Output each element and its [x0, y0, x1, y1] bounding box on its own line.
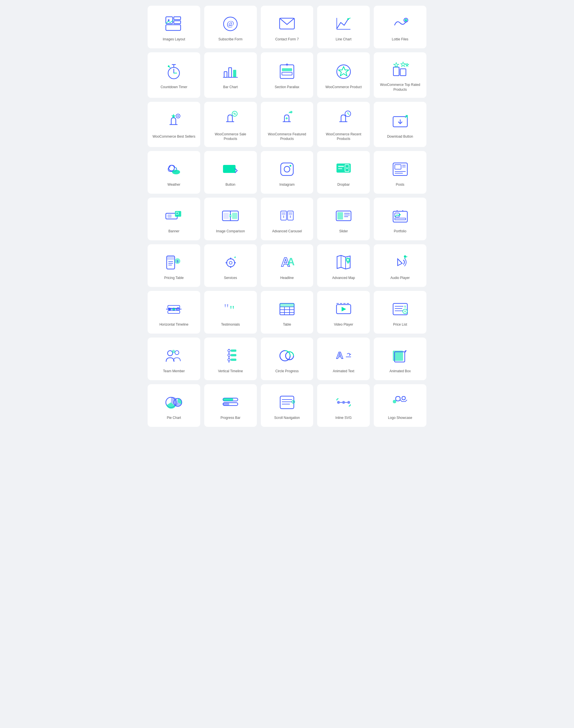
- svg-text:%: %: [234, 112, 236, 116]
- svg-point-13: [405, 19, 407, 21]
- animated-text-label: Animated Text: [333, 369, 355, 374]
- logo-showcase-icon: [391, 393, 409, 412]
- svg-point-184: [293, 401, 294, 402]
- svg-line-123: [406, 257, 407, 257]
- woocommerce-recent-icon: [334, 110, 353, 128]
- card-instagram[interactable]: Instagram: [261, 151, 314, 194]
- card-logo-showcase[interactable]: Logo Showcase: [374, 384, 426, 427]
- card-pie-chart[interactable]: Pie Chart: [148, 384, 200, 427]
- card-lottie-files[interactable]: Lottie Files: [374, 6, 426, 48]
- svg-rect-34: [400, 69, 406, 76]
- svg-point-153: [175, 351, 179, 355]
- woocommerce-featured-label: WooCommerce Featured Products: [264, 132, 310, 142]
- svg-point-160: [228, 354, 230, 356]
- pie-chart-icon: [165, 393, 183, 412]
- svg-rect-129: [168, 310, 180, 313]
- svg-text:A: A: [336, 350, 343, 360]
- card-services[interactable]: Services: [204, 244, 257, 287]
- inline-svg-label: Inline SVG: [335, 416, 352, 420]
- card-progress-bar[interactable]: Progress Bar: [204, 384, 257, 427]
- table-icon: [278, 300, 296, 318]
- svg-point-47: [290, 111, 292, 113]
- card-download-button[interactable]: Download Button: [374, 102, 426, 147]
- card-image-comparison[interactable]: Image Comparison: [204, 198, 257, 240]
- svg-rect-60: [223, 165, 236, 173]
- card-video-player[interactable]: Video Player: [317, 291, 370, 334]
- card-animated-box[interactable]: Animated Box: [374, 338, 426, 380]
- instagram-icon: [278, 160, 296, 178]
- card-horizontal-timeline[interactable]: Horizontal Timeline: [148, 291, 200, 334]
- card-headline[interactable]: A A Headline: [261, 244, 314, 287]
- section-parallax-label: Section Parallax: [275, 85, 299, 90]
- card-table[interactable]: Table: [261, 291, 314, 334]
- card-woocommerce-best-sellers[interactable]: WooCommerce Best Sellers: [148, 102, 200, 147]
- circle-progress-label: Circle Progress: [275, 369, 299, 374]
- svg-point-110: [227, 259, 235, 267]
- card-advanced-carousel[interactable]: Advanced Carousel: [261, 198, 314, 240]
- woocommerce-sale-icon: %: [221, 110, 240, 128]
- card-posts[interactable]: Posts: [374, 151, 426, 194]
- woocommerce-top-rated-label: WooCommerce Top Rated Products: [377, 82, 423, 92]
- card-line-chart[interactable]: Line Chart: [317, 6, 370, 48]
- card-button[interactable]: Button: [204, 151, 257, 194]
- card-woocommerce-featured[interactable]: WooCommerce Featured Products: [261, 102, 314, 147]
- svg-rect-104: [167, 257, 174, 260]
- card-advanced-map[interactable]: Advanced Map: [317, 244, 370, 287]
- card-team-member[interactable]: Team Member: [148, 338, 200, 380]
- card-circle-progress[interactable]: Circle Progress: [261, 338, 314, 380]
- svg-text:": ": [224, 301, 229, 315]
- bar-chart-icon: [221, 62, 240, 81]
- svg-rect-21: [224, 72, 227, 77]
- card-slider[interactable]: Slider: [317, 198, 370, 240]
- price-list-label: Price List: [393, 322, 407, 327]
- card-portfolio[interactable]: Portfolio: [374, 198, 426, 240]
- card-banner[interactable]: Banner: [148, 198, 200, 240]
- subscribe-form-icon: @: [221, 15, 240, 33]
- card-images-layout[interactable]: Images Layout: [148, 6, 200, 48]
- card-woocommerce-product[interactable]: WooCommerce Product: [317, 52, 370, 98]
- progress-bar-label: Progress Bar: [220, 416, 240, 420]
- svg-marker-35: [394, 62, 399, 67]
- card-bar-chart[interactable]: Bar Chart: [204, 52, 257, 98]
- scroll-navigation-label: Scroll Navigation: [274, 416, 300, 420]
- testimonials-icon: " ": [221, 300, 240, 318]
- svg-rect-158: [231, 358, 236, 361]
- svg-text:$: $: [177, 260, 178, 263]
- card-weather[interactable]: Weather: [148, 151, 200, 194]
- card-section-parallax[interactable]: Section Parallax: [261, 52, 314, 98]
- svg-point-111: [229, 261, 232, 264]
- card-woocommerce-top-rated[interactable]: WooCommerce Top Rated Products: [374, 52, 426, 98]
- testimonials-label: Testimonials: [221, 322, 240, 327]
- card-dropbar[interactable]: Dropbar: [317, 151, 370, 194]
- card-scroll-navigation[interactable]: Scroll Navigation: [261, 384, 314, 427]
- woocommerce-recent-label: WooCommerce Recent Products: [321, 132, 366, 142]
- card-audio-player[interactable]: Audio Player: [374, 244, 426, 287]
- pie-chart-label: Pie Chart: [167, 416, 181, 420]
- card-woocommerce-sale[interactable]: % WooCommerce Sale Products: [204, 102, 257, 147]
- banner-label: Banner: [168, 229, 179, 234]
- card-price-list[interactable]: $ $ Price List: [374, 291, 426, 334]
- vertical-timeline-icon: [221, 347, 240, 365]
- image-comparison-label: Image Comparison: [216, 229, 245, 234]
- card-pricing-table[interactable]: $ Pricing Table: [148, 244, 200, 287]
- card-contact-form-7[interactable]: Contact Form 7: [261, 6, 314, 48]
- services-icon: [221, 253, 240, 271]
- countdown-timer-icon: [165, 62, 183, 81]
- svg-point-120: [347, 259, 349, 261]
- card-woocommerce-recent[interactable]: WooCommerce Recent Products: [317, 102, 370, 147]
- svg-marker-37: [405, 63, 409, 66]
- svg-text:": ": [230, 303, 235, 317]
- card-animated-text[interactable]: A Animated Text: [317, 338, 370, 380]
- instagram-label: Instagram: [279, 182, 294, 187]
- svg-rect-81: [232, 213, 237, 219]
- card-countdown-timer[interactable]: Countdown Timer: [148, 52, 200, 98]
- card-testimonials[interactable]: " " Testimonials: [204, 291, 257, 334]
- svg-rect-3: [166, 25, 180, 31]
- card-subscribe-form[interactable]: @ Subscribe Form: [204, 6, 257, 48]
- svg-point-102: [399, 214, 401, 215]
- svg-point-159: [228, 349, 230, 352]
- card-inline-svg[interactable]: Inline SVG: [317, 384, 370, 427]
- svg-rect-156: [231, 349, 236, 352]
- card-vertical-timeline[interactable]: Vertical Timeline: [204, 338, 257, 380]
- inline-svg-icon: [334, 393, 353, 412]
